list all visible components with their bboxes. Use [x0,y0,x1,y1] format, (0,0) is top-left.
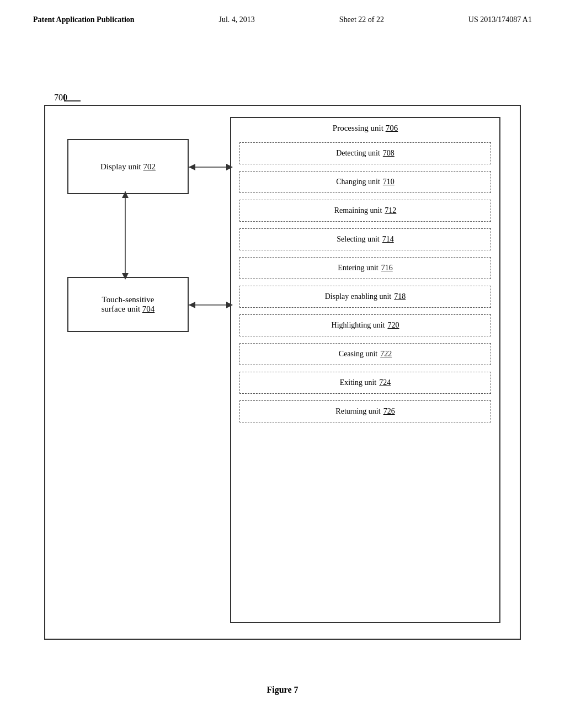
remaining-unit-box: Remaining unit 712 [239,200,491,222]
svg-marker-2 [122,191,129,198]
ceasing-unit-number: 722 [380,350,392,358]
display-unit-box: Display unit 702 [67,139,189,194]
exiting-unit-number: 724 [379,378,391,387]
touch-unit-number: 704 [142,304,155,313]
touch-processing-arrow [189,297,233,313]
svg-marker-7 [226,302,233,308]
highlighting-unit-box: Highlighting unit 720 [239,314,491,336]
detecting-unit-number: 708 [383,149,395,158]
processing-unit-header: Processing unit 706 [231,118,499,133]
display-unit-label: Display unit 702 [100,162,156,172]
figure-label: Figure 7 [266,685,298,695]
exiting-unit-box: Exiting unit 724 [239,372,491,394]
svg-marker-8 [189,302,195,308]
returning-unit-number: 726 [383,407,395,416]
outer-container-box: Display unit 702 Touch-sensitivesurface … [44,105,521,640]
processing-unit-number: 706 [386,124,398,132]
touch-unit-label: Touch-sensitivesurface unit 704 [102,295,155,314]
entering-unit-box: Entering unit 716 [239,257,491,279]
entering-unit-number: 716 [381,264,393,272]
changing-unit-box: Changing unit 710 [239,171,491,193]
returning-unit-box: Returning unit 726 [239,400,491,422]
display-processing-arrow [189,159,233,175]
detecting-unit-box: Detecting unit 708 [239,142,491,164]
svg-marker-4 [226,164,233,170]
svg-marker-1 [122,273,129,280]
display-enabling-unit-box: Display enabling unit 718 [239,286,491,308]
publication-label: Patent Application Publication [33,15,135,24]
display-unit-number: 702 [143,162,156,171]
selecting-unit-box: Selecting unit 714 [239,228,491,250]
changing-unit-number: 710 [383,178,395,186]
selecting-unit-number: 714 [382,235,394,244]
ceasing-unit-box: Ceasing unit 722 [239,343,491,365]
highlighting-unit-number: 720 [387,321,399,330]
vertical-arrow [117,191,134,280]
diagram-area: 700 Display unit 702 Touch-sensitivesurf… [33,77,532,640]
touch-unit-box: Touch-sensitivesurface unit 704 [67,277,189,332]
processing-outer-box: Processing unit 706 Detecting unit 708 C… [230,117,500,623]
date-label: Jul. 4, 2013 [218,15,254,24]
patent-number-label: US 2013/174087 A1 [468,15,532,24]
svg-marker-5 [189,164,195,170]
remaining-unit-number: 712 [385,206,396,215]
display-enabling-unit-number: 718 [394,292,406,301]
sheet-label: Sheet 22 of 22 [339,15,384,24]
